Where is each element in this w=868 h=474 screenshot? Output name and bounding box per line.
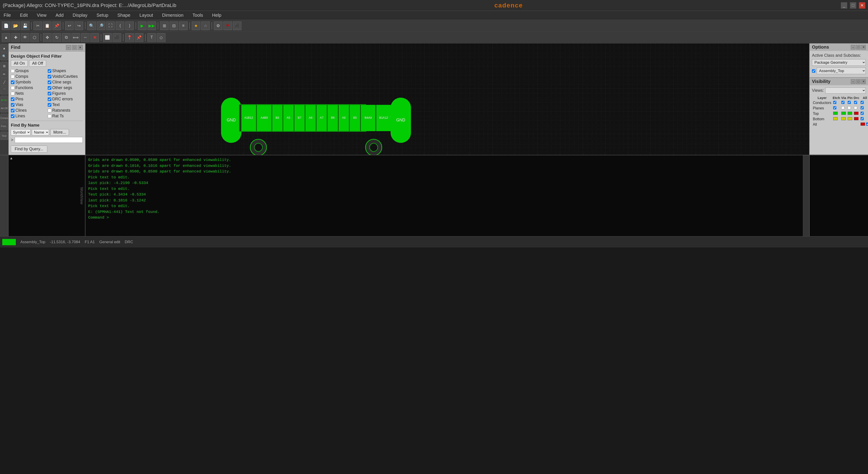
vis-conductors-etch[interactable] [833, 101, 836, 104]
menu-view[interactable]: View [35, 12, 49, 19]
find-othersegs-checkbox[interactable] [48, 86, 51, 90]
find-figures-checkbox[interactable] [48, 92, 51, 95]
tb2-3d[interactable]: ⬡ [30, 33, 39, 42]
options-maximize-btn[interactable]: □ [856, 45, 861, 50]
menu-edit[interactable]: Edit [18, 12, 29, 19]
tb-zoom-fit[interactable]: ⛶ [106, 22, 115, 30]
find-maximize-btn[interactable]: □ [72, 45, 77, 50]
visibility-close-btn[interactable]: ✕ [861, 80, 866, 84]
vis-top-all[interactable] [861, 112, 864, 115]
vis-conductors-pin[interactable] [848, 101, 851, 104]
console-scrollbar[interactable] [803, 155, 809, 236]
tb2-ungroup[interactable]: ⬛ [113, 33, 121, 42]
tb-copy[interactable]: 📋 [43, 22, 52, 30]
maximize-button[interactable]: □ [850, 2, 856, 8]
vtb-ai-off[interactable]: All Off [0, 104, 8, 112]
tb2-shape2[interactable]: ◇ [157, 33, 165, 42]
vtb-select[interactable]: ▲ [0, 44, 8, 52]
vis-conductors-via[interactable] [841, 101, 844, 104]
vis-planes-etch[interactable] [833, 106, 836, 109]
menu-display[interactable]: Display [71, 12, 89, 19]
find-minimize-btn[interactable]: – [66, 45, 71, 50]
tb-prop[interactable]: ≡ [179, 22, 188, 30]
find-nets-checkbox[interactable] [11, 92, 14, 95]
tb2-del[interactable]: ✖ [90, 33, 99, 42]
views-dropdown[interactable] [825, 88, 866, 94]
tb-zoom-prev[interactable]: ⟨ [116, 22, 124, 30]
vtb-draw[interactable]: ✏ [0, 70, 8, 78]
menu-dimension[interactable]: Dimension [160, 12, 185, 19]
find-drcerrors-checkbox[interactable] [48, 97, 51, 101]
find-all-on-button[interactable]: All On [11, 60, 28, 67]
find-shapes-checkbox[interactable] [48, 69, 51, 73]
tb2-copy2[interactable]: ⧉ [62, 33, 70, 42]
vis-planes-via[interactable] [841, 106, 844, 109]
vtb-comps[interactable]: Comps [0, 114, 8, 122]
find-functions-checkbox[interactable] [11, 86, 14, 90]
tb-zoom-in[interactable]: 🔍 [87, 22, 96, 30]
visibility-minimize-btn[interactable]: – [851, 80, 855, 84]
vis-planes-pin[interactable] [848, 106, 851, 109]
tb-zoom-out[interactable]: 🔎 [97, 22, 105, 30]
vis-all-checkbox[interactable] [866, 123, 868, 126]
find-more-button[interactable]: More... [51, 129, 69, 136]
tb2-fix[interactable]: 📍 [125, 33, 134, 42]
find-lines-checkbox[interactable] [11, 115, 14, 118]
tb2-mirror[interactable]: ⟺ [71, 33, 80, 42]
vis-planes-drc[interactable] [854, 106, 857, 109]
tb-paste[interactable]: 📌 [53, 22, 61, 30]
find-comps-checkbox[interactable] [11, 75, 14, 78]
find-clinesegs-checkbox[interactable] [48, 81, 51, 84]
find-close-btn[interactable]: ✕ [78, 45, 83, 50]
find-all-off-button[interactable]: All Off [29, 60, 46, 67]
vis-bottom-all[interactable] [861, 117, 864, 120]
menu-layout[interactable]: Layout [138, 12, 155, 19]
menu-add[interactable]: Add [54, 12, 66, 19]
tb2-view[interactable]: 👁 [21, 33, 29, 42]
tb-new[interactable]: 📄 [2, 22, 10, 30]
tb2-select[interactable]: ▲ [2, 33, 10, 42]
tb2-move[interactable]: ✥ [43, 33, 52, 42]
vis-conductors-drc[interactable] [854, 101, 857, 104]
find-text-checkbox[interactable] [48, 103, 51, 107]
find-name-select[interactable]: Name [32, 129, 49, 135]
close-button[interactable]: ✕ [859, 2, 865, 8]
tb2-unfix[interactable]: 📌 [135, 33, 143, 42]
tb-settings[interactable]: ⚙ [214, 22, 222, 30]
menu-tools[interactable]: Tools [191, 12, 205, 19]
minimize-button[interactable]: _ [841, 2, 847, 8]
tb2-pt[interactable]: ✚ [11, 33, 20, 42]
tb-hilight[interactable]: ★ [192, 22, 200, 30]
vtb-func[interactable]: Func.. [0, 122, 8, 130]
find-voids-checkbox[interactable] [48, 75, 51, 78]
find-symbols-checkbox[interactable] [11, 81, 14, 84]
vtb-snap[interactable]: ⊞ [0, 62, 8, 70]
tb-open[interactable]: 📂 [11, 22, 20, 30]
vtb-zoom[interactable]: 🔍 [0, 53, 8, 60]
tb2-stretch[interactable]: ↔ [81, 33, 90, 42]
find-groups-checkbox[interactable] [11, 69, 14, 73]
tb-zoom-next[interactable]: ⟩ [125, 22, 134, 30]
tb-redo[interactable]: ↪ [74, 22, 83, 30]
vtb-text[interactable]: Text [0, 132, 8, 140]
tb-undo[interactable]: ↩ [65, 22, 74, 30]
vtb-arc[interactable]: ⌒ [0, 87, 8, 94]
options-close-btn[interactable]: ✕ [861, 45, 866, 50]
tb-save[interactable]: 💾 [21, 22, 29, 30]
assembly-checkbox[interactable] [812, 69, 815, 73]
tb2-text[interactable]: T [147, 33, 156, 42]
options-minimize-btn[interactable]: – [851, 45, 855, 50]
visibility-maximize-btn[interactable]: □ [856, 80, 861, 84]
find-symbol-select[interactable]: Symbol [11, 129, 31, 135]
find-by-query-button[interactable]: Find by Query... [11, 146, 47, 153]
tb-run[interactable]: ▶ [138, 22, 147, 30]
tb-art[interactable]: ⬛ [233, 22, 241, 30]
tb2-group[interactable]: ⬜ [103, 33, 112, 42]
menu-file[interactable]: File [2, 12, 13, 19]
vtb-line[interactable]: ╱ [0, 78, 8, 86]
tb-run2[interactable]: ▶▶ [147, 22, 156, 30]
find-name-input[interactable] [15, 137, 83, 143]
find-ratts-checkbox[interactable] [48, 115, 51, 118]
find-vias-checkbox[interactable] [11, 103, 14, 107]
menu-help[interactable]: Help [210, 12, 223, 19]
